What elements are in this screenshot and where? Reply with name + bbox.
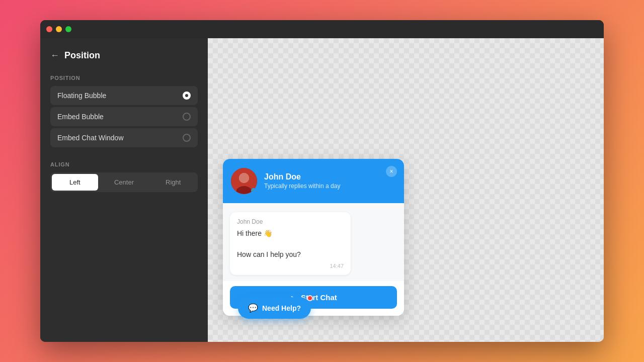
online-indicator xyxy=(251,188,256,193)
need-help-button[interactable]: 💬 Need Help? xyxy=(238,297,311,319)
position-option-embed-chat[interactable]: Embed Chat Window xyxy=(50,128,198,147)
preview-pane: John Doe Typically replies within a day … xyxy=(208,38,604,342)
sidebar-header: ← Position xyxy=(50,50,198,61)
min-traffic-light[interactable] xyxy=(56,26,62,32)
position-option-floating-bubble[interactable]: Floating Bubble xyxy=(50,86,198,105)
agent-name: John Doe xyxy=(264,172,340,182)
align-buttons: Left Center Right xyxy=(50,172,198,192)
max-traffic-light[interactable] xyxy=(65,26,71,32)
embed-chat-label: Embed Chat Window xyxy=(57,134,124,142)
chat-message-bubble: John Doe Hi there 👋 How can I help you? … xyxy=(230,212,351,275)
chat-popup: John Doe Typically replies within a day … xyxy=(223,159,404,316)
need-help-label: Need Help? xyxy=(262,304,301,312)
embed-bubble-label: Embed Bubble xyxy=(57,113,104,121)
align-section-label: ALIGN xyxy=(50,161,198,167)
back-button[interactable]: ← xyxy=(50,50,59,61)
main-window: ← Position POSITION Floating Bubble Embe… xyxy=(40,20,604,342)
notification-dot xyxy=(307,295,313,301)
position-section-label: POSITION xyxy=(50,75,198,81)
message-text: Hi there 👋 How can I help you? xyxy=(237,228,344,260)
sidebar-title: Position xyxy=(64,50,100,61)
align-right-button[interactable]: Right xyxy=(150,174,196,191)
message-time: 14:47 xyxy=(237,263,344,269)
embed-chat-radio[interactable] xyxy=(183,134,191,142)
embed-bubble-radio[interactable] xyxy=(183,113,191,121)
need-help-wrapper: 💬 Need Help? xyxy=(223,311,296,333)
svg-point-3 xyxy=(239,173,249,183)
align-center-button[interactable]: Center xyxy=(101,174,147,191)
chat-close-button[interactable]: × xyxy=(386,166,397,177)
avatar xyxy=(231,168,257,194)
chat-bubble-icon: 💬 xyxy=(248,303,258,313)
window-body: ← Position POSITION Floating Bubble Embe… xyxy=(40,38,604,342)
message-sender: John Doe xyxy=(237,218,344,225)
align-section: ALIGN Left Center Right xyxy=(50,161,198,192)
floating-bubble-label: Floating Bubble xyxy=(57,92,106,100)
chat-body: John Doe Hi there 👋 How can I help you? … xyxy=(223,203,404,281)
align-left-button[interactable]: Left xyxy=(52,174,98,191)
position-section: POSITION Floating Bubble Embed Bubble Em… xyxy=(50,75,198,147)
titlebar xyxy=(40,20,604,38)
agent-status: Typically replies within a day xyxy=(264,183,340,190)
chat-header-info: John Doe Typically replies within a day xyxy=(264,172,340,190)
position-option-embed-bubble[interactable]: Embed Bubble xyxy=(50,107,198,126)
close-traffic-light[interactable] xyxy=(46,26,52,32)
position-options: Floating Bubble Embed Bubble Embed Chat … xyxy=(50,86,198,147)
chat-header: John Doe Typically replies within a day … xyxy=(223,159,404,203)
sidebar: ← Position POSITION Floating Bubble Embe… xyxy=(40,38,208,342)
floating-bubble-radio[interactable] xyxy=(183,92,191,100)
